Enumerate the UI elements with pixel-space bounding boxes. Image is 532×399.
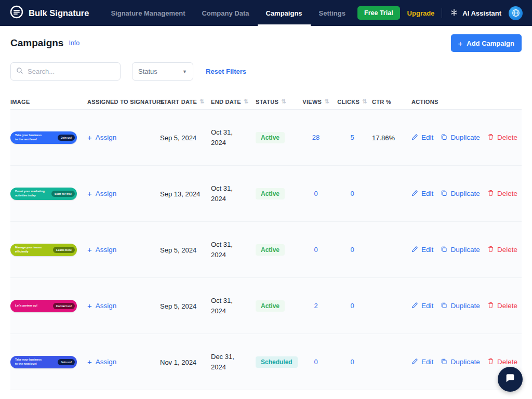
status-filter-dropdown[interactable]: Status ▼: [132, 62, 193, 81]
views-count[interactable]: 0: [314, 358, 317, 366]
clicks-count[interactable]: 0: [350, 190, 354, 197]
status-badge: Active: [256, 244, 285, 256]
delete-button[interactable]: Delete: [487, 246, 517, 254]
views-count[interactable]: 2: [314, 302, 317, 310]
edit-button[interactable]: Edit: [411, 246, 433, 254]
sort-icon[interactable]: ⇅: [362, 98, 367, 105]
nav-item-settings[interactable]: Settings: [311, 0, 354, 26]
sort-icon[interactable]: ⇅: [324, 98, 329, 105]
search-input[interactable]: [28, 68, 115, 75]
nav-right: Free Trial Upgrade AI Assistant: [357, 6, 523, 20]
page-title: Campaigns: [10, 37, 63, 49]
campaign-banner-image[interactable]: Manage your teamsefficiently Learn more: [10, 244, 77, 256]
add-campaign-button[interactable]: + Add Campaign: [451, 34, 522, 52]
column-header-status[interactable]: STATUS⇅: [256, 98, 299, 105]
copy-icon: [441, 246, 447, 254]
brand-logo[interactable]: Bulk Signature: [9, 5, 89, 21]
copy-icon: [441, 134, 447, 142]
end-date: Oct 31, 2024: [211, 296, 241, 316]
clicks-count[interactable]: 0: [350, 358, 354, 366]
assign-link[interactable]: + Assign: [87, 357, 160, 366]
start-date: Sep 13, 2024: [160, 190, 200, 198]
views-count[interactable]: 0: [314, 190, 317, 197]
filters-bar: Status ▼ Reset Filters: [10, 62, 522, 81]
trash-icon: [487, 134, 494, 142]
trash-icon: [487, 246, 494, 254]
assign-link[interactable]: + Assign: [87, 245, 160, 254]
campaign-banner-image[interactable]: Boost your marketingactivities today Sta…: [10, 188, 77, 200]
nav-divider: [442, 8, 442, 18]
app: Bulk Signature Signature ManagementCompa…: [0, 0, 532, 399]
sort-icon[interactable]: ⇅: [281, 98, 286, 105]
pencil-icon: [411, 302, 418, 310]
table-row: Let's partner up! Contact us! + Assign S…: [10, 278, 522, 334]
column-header-views[interactable]: VIEWS⇅: [299, 98, 332, 105]
banner-text: Boost your marketingactivities today: [15, 190, 45, 197]
search-icon: [16, 67, 23, 76]
column-header-start-date[interactable]: START DATE⇅: [160, 98, 211, 105]
free-trial-button[interactable]: Free Trial: [357, 6, 400, 20]
table-row: Take your businessto the next level Join…: [10, 110, 522, 166]
globe-icon[interactable]: [509, 6, 523, 20]
table-body: Take your businessto the next level Join…: [10, 110, 522, 390]
table-header-row: IMAGEASSIGNED TO SIGNATURESTART DATE⇅END…: [10, 94, 522, 110]
delete-button[interactable]: Delete: [487, 190, 517, 198]
views-count[interactable]: 0: [314, 246, 317, 254]
column-header-clicks[interactable]: CLICKS⇅: [332, 98, 372, 105]
edit-button[interactable]: Edit: [411, 190, 433, 198]
pencil-icon: [411, 190, 418, 198]
campaign-banner-image[interactable]: Take your businessto the next level Join…: [10, 356, 77, 368]
campaign-banner-image[interactable]: Let's partner up! Contact us!: [10, 300, 77, 312]
ai-assistant-icon: [449, 8, 459, 19]
banner-text: Let's partner up!: [15, 304, 37, 308]
campaigns-table: IMAGEASSIGNED TO SIGNATURESTART DATE⇅END…: [10, 94, 522, 390]
duplicate-button[interactable]: Duplicate: [441, 358, 480, 366]
chat-widget-button[interactable]: [498, 367, 523, 392]
clicks-count[interactable]: 0: [350, 246, 354, 254]
banner-cta-pill: Learn more: [53, 247, 75, 253]
campaign-banner-image[interactable]: Take your businessto the next level Join…: [10, 131, 77, 144]
column-header-assigned-to-signature: ASSIGNED TO SIGNATURE: [87, 99, 160, 105]
reset-filters-link[interactable]: Reset Filters: [206, 68, 246, 75]
banner-cta-pill: Start for free: [51, 191, 75, 197]
copy-icon: [441, 190, 447, 198]
trash-icon: [487, 358, 494, 366]
upgrade-link[interactable]: Upgrade: [407, 9, 435, 17]
nav-item-signature-management[interactable]: Signature Management: [102, 0, 193, 26]
delete-button[interactable]: Delete: [487, 302, 517, 310]
banner-text: Manage your teamsefficiently: [15, 246, 42, 254]
duplicate-button[interactable]: Duplicate: [441, 134, 480, 142]
status-badge: Active: [256, 132, 285, 143]
nav-item-campaigns[interactable]: Campaigns: [258, 0, 311, 26]
assign-link[interactable]: + Assign: [87, 189, 160, 198]
duplicate-button[interactable]: Duplicate: [441, 302, 480, 310]
info-link[interactable]: Info: [69, 39, 79, 47]
delete-button[interactable]: Delete: [487, 358, 517, 366]
pencil-icon: [411, 246, 418, 254]
nav-item-company-data[interactable]: Company Data: [193, 0, 257, 26]
delete-button[interactable]: Delete: [487, 134, 517, 142]
table-row: Take your businessto the next level Join…: [10, 334, 522, 390]
duplicate-button[interactable]: Duplicate: [441, 246, 480, 254]
ai-assistant-button[interactable]: AI Assistant: [449, 8, 501, 19]
sort-icon[interactable]: ⇅: [200, 98, 205, 105]
column-header-actions: ACTIONS: [411, 99, 522, 105]
assign-link[interactable]: + Assign: [87, 133, 160, 142]
edit-button[interactable]: Edit: [411, 134, 433, 142]
plus-icon: +: [87, 133, 92, 142]
edit-button[interactable]: Edit: [411, 302, 433, 310]
banner-text: Take your businessto the next level: [15, 358, 42, 366]
column-header-end-date[interactable]: END DATE⇅: [211, 98, 256, 105]
status-badge: Scheduled: [256, 356, 298, 368]
trash-icon: [487, 302, 494, 310]
clicks-count[interactable]: 0: [350, 302, 354, 310]
sort-icon[interactable]: ⇅: [244, 98, 249, 105]
edit-button[interactable]: Edit: [411, 358, 433, 366]
clicks-count[interactable]: 5: [350, 134, 354, 141]
views-count[interactable]: 28: [312, 134, 320, 141]
duplicate-button[interactable]: Duplicate: [441, 190, 480, 198]
end-date: Oct 31, 2024: [211, 240, 241, 260]
assign-link[interactable]: + Assign: [87, 301, 160, 310]
title-row: Campaigns Info + Add Campaign: [10, 34, 522, 52]
ai-assistant-label: AI Assistant: [462, 9, 501, 17]
